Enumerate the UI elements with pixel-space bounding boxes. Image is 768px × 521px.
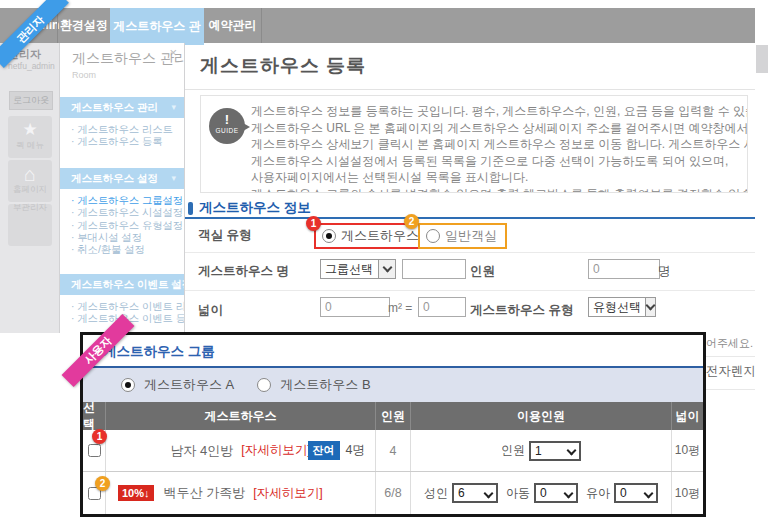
radio-selected-icon[interactable] xyxy=(322,229,336,243)
tab-reservation-management[interactable]: 예약관리 xyxy=(204,8,261,43)
usage-label: 성인 xyxy=(424,485,448,502)
area-value: 10평 xyxy=(672,472,703,514)
background-divider xyxy=(706,356,755,357)
tab-guesthouse-management[interactable]: 게스트하우스 관리 xyxy=(110,8,204,45)
sidebar-item-guesthouse-register[interactable]: 게스트하우스 등록 xyxy=(71,136,184,148)
info-section-title: 게스트하우스 정보 xyxy=(199,199,311,217)
logout-button[interactable]: 로그아웃 xyxy=(9,91,53,110)
header-select: 선택 xyxy=(83,402,106,430)
row-badge-1: 1 xyxy=(92,429,107,444)
detail-link[interactable]: [자세히보기] xyxy=(241,442,310,459)
header-usage: 이용인원 xyxy=(411,402,672,430)
background-text-fragment: 어주세요. xyxy=(706,336,753,351)
sidebar-section-guesthouse-management[interactable]: 게스트하우스 관리 ▾ xyxy=(60,97,184,118)
usage-label: 인원 xyxy=(501,442,525,459)
nav-divider xyxy=(261,8,262,43)
dropdown-arrow-icon xyxy=(564,488,574,498)
quick-menu-button[interactable]: ★ 퀵 메뉴 xyxy=(8,116,52,158)
homepage-button[interactable]: ⌂ 홈페이지 xyxy=(8,160,52,202)
group-a-label[interactable]: 게스트하우스 A xyxy=(144,376,234,394)
quick-menu-star-icon: ★ xyxy=(8,118,52,142)
area-m2-input[interactable] xyxy=(320,297,390,317)
usage-count-dropdown[interactable]: 1 xyxy=(529,441,581,461)
dropdown-arrow-icon xyxy=(484,488,494,498)
admin-user-id: netfu_admin xyxy=(8,61,55,71)
area-equals-text: m² = xyxy=(388,301,412,315)
guesthouse-name-label: 게스트하우스 명 xyxy=(198,263,289,280)
dropdown-arrow-icon xyxy=(567,446,577,456)
type-select-dropdown[interactable]: 유형선택 xyxy=(588,297,656,317)
guide-box: ! GUIDE 게스트하우스 정보를 등록하는 곳입니다. 평수, 게스트하우스… xyxy=(200,95,748,193)
sidebar-item-group-settings[interactable]: 게스트하우스 그룹설정 › xyxy=(71,195,184,207)
guide-icon-label: GUIDE xyxy=(209,127,245,134)
sidebar-subtitle: Room xyxy=(72,70,96,80)
guesthouse-group-popup: 게스트하우스 그룹 게스트하우스 A 게스트하우스 B 선택 게스트하우스 인원… xyxy=(80,332,706,517)
capacity-label: 인원 xyxy=(470,263,495,280)
area-pyeong-input[interactable] xyxy=(418,297,466,317)
room-type-option-normal-room[interactable]: 일반객실 xyxy=(418,223,507,249)
quick-sidebar: 관리자 netfu_admin 로그아웃 ★ 퀵 메뉴 ⌂ 홈페이지 부관리자 xyxy=(0,43,60,333)
radio-selected-icon[interactable] xyxy=(121,378,135,392)
title-divider xyxy=(185,89,755,90)
guesthouse-name-input[interactable] xyxy=(402,259,466,279)
area-label: 넓이 xyxy=(198,302,223,319)
row-badge-2: 2 xyxy=(95,476,110,491)
guide-exclamation: ! xyxy=(209,112,245,127)
sidebar-item-facility-settings[interactable]: 게스트하우스 시설설정 xyxy=(71,207,184,219)
sidebar-item-event-list[interactable]: 게스트하우스 이벤트 리스트 xyxy=(71,301,184,313)
infant-count-dropdown[interactable]: 0 xyxy=(614,483,658,503)
sidebar-section-guesthouse-event-settings[interactable]: 게스트하우스 이벤트 설정 ▾ xyxy=(60,274,184,295)
dropdown-arrow-icon xyxy=(378,260,395,278)
radio-unselected-icon[interactable] xyxy=(426,229,440,243)
sub-admin-label: 부관리자 xyxy=(8,202,52,214)
section-bullet-icon xyxy=(188,202,193,215)
section-header-label: 게스트하우스 관리 xyxy=(71,101,158,113)
chevron-down-icon: ▾ xyxy=(171,274,176,295)
sidebar-item-cancel-refund-settings[interactable]: 취소/환불 설정 xyxy=(71,244,184,256)
sidebar-section-guesthouse-settings[interactable]: 게스트하우스 설정 ▾ xyxy=(60,168,184,189)
sidebar-item-guesthouse-list[interactable]: 게스트하우스 리스트 xyxy=(71,124,184,136)
capacity-unit: 명 xyxy=(658,263,671,280)
sub-admin-button[interactable]: 부관리자 xyxy=(8,204,52,246)
header-area: 넓이 xyxy=(672,402,703,430)
usage-count-value: 1 xyxy=(531,444,566,458)
homepage-icon: ⌂ xyxy=(8,162,52,186)
adult-count-value: 6 xyxy=(454,486,483,500)
area-value: 10평 xyxy=(672,430,703,471)
adult-count-dropdown[interactable]: 6 xyxy=(452,483,498,503)
page-title: 게스트하우스 등록 xyxy=(200,53,366,79)
step-badge-1: 1 xyxy=(306,216,321,231)
group-select-dropdown[interactable]: 그룹선택 xyxy=(320,259,396,279)
group-select-value: 그룹선택 xyxy=(321,261,378,278)
table-row: 10%↓ 백두산 가족방 [자세히보기] 6/8 성인 6 아동 0 xyxy=(83,472,703,514)
row-select-checkbox[interactable] xyxy=(88,444,101,457)
group-b-label[interactable]: 게스트하우스 B xyxy=(280,376,370,394)
room-name: 백두산 가족방 xyxy=(164,484,246,502)
guesthouse-table: 선택 게스트하우스 인원 이용인원 넓이 남자 4인방 [자세히보기] 잔여 4… xyxy=(83,402,703,514)
scrollbar[interactable] xyxy=(756,45,768,73)
radio-unselected-icon[interactable] xyxy=(257,378,271,392)
tab-environment-settings[interactable]: 환경설정 xyxy=(58,8,110,43)
guide-icon: ! GUIDE xyxy=(209,108,245,144)
sidebar-item-amenity-settings[interactable]: 부대시설 설정 xyxy=(71,232,184,244)
detail-link[interactable]: [자세히보기] xyxy=(253,485,322,502)
guide-line: 사용자페이지에서는 선택된시설 목록을 표시합니다. xyxy=(251,169,745,186)
usage-label: 유아 xyxy=(586,485,610,502)
chevron-down-icon: ▾ xyxy=(171,97,176,118)
stock-badge: 잔여 xyxy=(308,441,340,460)
sidebar-item-type-settings[interactable]: 게스트하우스 유형설정 xyxy=(71,220,184,232)
room-name: 남자 4인방 xyxy=(170,442,233,460)
form-row-divider xyxy=(185,290,755,291)
stock-value: 4명 xyxy=(346,442,365,459)
group-radio-band: 게스트하우스 A 게스트하우스 B xyxy=(83,368,703,402)
section-underline xyxy=(185,217,755,219)
form-row-divider xyxy=(185,252,755,253)
step-badge-2: 2 xyxy=(404,214,419,229)
top-nav: admin 환경설정 게스트하우스 관리 예약관리 xyxy=(0,8,755,43)
type-select-value: 유형선택 xyxy=(589,299,645,316)
guide-line: 게스트하우스 그룹의 순서를 변경할수 있으며 출력 체크박스를 통해 출력여부… xyxy=(251,186,745,194)
child-count-dropdown[interactable]: 0 xyxy=(534,483,578,503)
capacity-input[interactable] xyxy=(588,259,660,279)
background-divider xyxy=(706,389,755,390)
option-label: 게스트하우스 xyxy=(341,227,419,245)
